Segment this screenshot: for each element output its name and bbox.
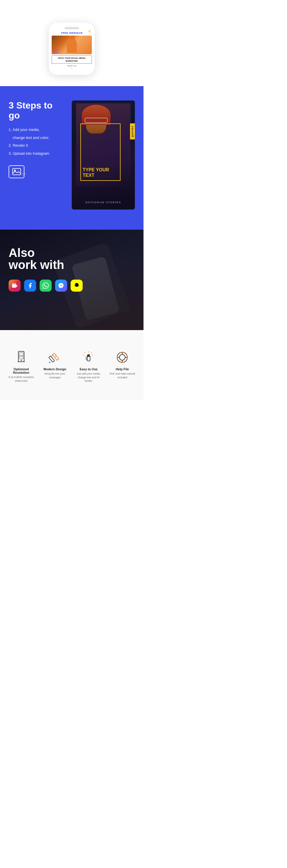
feature-modern-desc: Bring life into your messages <box>41 372 69 379</box>
svg-point-26 <box>119 354 125 360</box>
svg-rect-5 <box>14 283 14 284</box>
svg-rect-13 <box>49 356 55 362</box>
svg-rect-6 <box>15 283 16 284</box>
register-arrow-icon: ↓ <box>52 67 92 69</box>
phone-mockup: FREE WEBINAR ✕ ROCK YOUR SOCIAL MEDIA MA… <box>49 23 95 74</box>
step-3: 3. Upload into Instagram <box>9 150 66 157</box>
step-2: 2. Render it <box>9 142 66 149</box>
facebook-icon[interactable] <box>24 280 36 291</box>
social-title: Also work with <box>9 247 135 271</box>
modern-design-icon-container <box>47 350 62 365</box>
feature-modern-title: Modern Design <box>44 367 66 371</box>
steps-text-block: 3 Steps to go 1. Add your media, change … <box>9 100 66 178</box>
svg-line-22 <box>92 355 93 355</box>
whatsapp-icon[interactable] <box>40 280 52 291</box>
feature-help: Help File PDF and video tutorial include… <box>107 347 138 386</box>
webinar-image <box>52 36 92 54</box>
hand-icon <box>82 351 95 364</box>
feature-help-title: Help File <box>116 367 129 371</box>
webinar-tag: FREE WEBINAR <box>52 32 92 34</box>
igtv-icon[interactable] <box>9 280 21 291</box>
media-icon-box <box>9 165 24 178</box>
optimized-icon: 9:16 <box>14 350 28 365</box>
features-grid: 9:16 Optimized Resolution 9:16 FullHD re… <box>6 347 138 386</box>
svg-line-21 <box>91 352 92 353</box>
svg-line-18 <box>55 355 56 356</box>
feature-optimized-title: Optimized Resolution <box>7 367 35 374</box>
messenger-icon[interactable] <box>55 280 67 291</box>
svg-line-24 <box>83 355 84 355</box>
svg-point-9 <box>21 360 22 361</box>
easy-use-icon-container <box>82 350 96 365</box>
phone-resolution-icon: 9:16 <box>14 351 28 364</box>
steps-section: 3 Steps to go 1. Add your media, change … <box>0 86 144 229</box>
feature-easy-desc: Just add your media, change text and hit… <box>75 372 103 383</box>
feature-help-desc: PDF and video tutorial included <box>108 372 137 379</box>
feature-easy: Easy to Use Just add your media, change … <box>73 347 104 386</box>
feature-optimized-desc: 9:16 FullHD resolution 1080x1920 <box>7 375 35 383</box>
steps-list: 1. Add your media, change text and color… <box>9 126 66 157</box>
step-1b: change text and color; <box>9 134 66 141</box>
media-icon-block: ☞ <box>9 165 66 178</box>
phone-notch <box>65 27 79 29</box>
svg-line-15 <box>51 355 53 356</box>
feature-easy-title: Easy to Use <box>80 367 98 371</box>
svg-rect-0 <box>12 168 21 175</box>
svg-line-23 <box>84 352 85 353</box>
social-icons-row <box>9 280 135 291</box>
step-1: 1. Add your media, <box>9 126 66 133</box>
feature-modern: Modern Design Bring life into your messa… <box>40 347 71 386</box>
ig-type-text: TYPE YOURTEXT <box>83 167 109 178</box>
image-icon <box>12 168 21 175</box>
wave-decoration <box>53 50 59 53</box>
svg-line-19 <box>55 356 56 358</box>
instagram-card: QUOTES TYPE YOURTEXT NSTAGRAM STORIES <box>72 100 135 210</box>
webinar-section: FREE WEBINAR ✕ ROCK YOUR SOCIAL MEDIA MA… <box>0 0 144 86</box>
snapchat-icon[interactable] <box>71 280 83 291</box>
webinar-arrow-icon: ✕ <box>88 29 91 34</box>
help-icon-container <box>115 350 129 365</box>
svg-text:9:16: 9:16 <box>20 355 23 357</box>
webinar-title: ROCK YOUR SOCIAL MEDIA MARKETING <box>54 57 90 62</box>
ig-stories-label: NSTAGRAM STORIES <box>72 201 135 204</box>
feature-optimized: 9:16 Optimized Resolution 9:16 FullHD re… <box>6 347 37 386</box>
lifebuoy-icon <box>116 351 129 364</box>
svg-rect-3 <box>17 285 18 287</box>
social-section: Also work with <box>0 229 144 330</box>
features-section: 9:16 Optimized Resolution 9:16 FullHD re… <box>0 330 144 400</box>
svg-rect-4 <box>12 283 13 284</box>
steps-title: 3 Steps to go <box>9 100 66 121</box>
ig-quotes-tab: QUOTES <box>130 123 135 140</box>
social-content: Also work with <box>9 247 135 291</box>
svg-rect-2 <box>12 284 17 288</box>
webinar-title-box: ROCK YOUR SOCIAL MEDIA MARKETING <box>52 55 92 63</box>
pencil-ruler-icon <box>48 351 61 364</box>
svg-marker-14 <box>49 362 51 363</box>
